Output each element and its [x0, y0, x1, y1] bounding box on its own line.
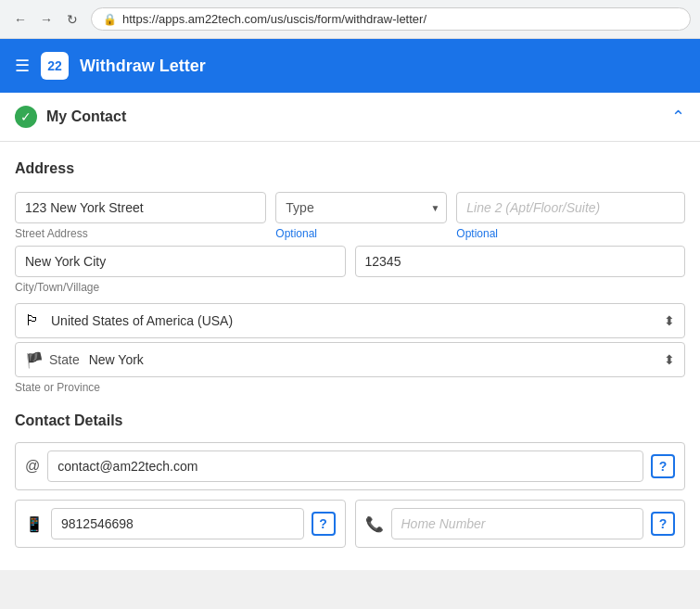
forward-button[interactable]: → — [35, 8, 57, 31]
back-button[interactable]: ← — [9, 8, 32, 31]
lock-icon: 🔒 — [103, 13, 117, 26]
state-sublabel: State or Province — [15, 381, 685, 394]
state-flag-icon: 🏴 — [25, 351, 44, 369]
state-select-wrapper: 🏴 State New York — [15, 342, 685, 377]
main-content: Address Street Address Type Optional — [0, 142, 700, 570]
country-select[interactable]: United States of America (USA) — [45, 304, 675, 337]
type-group: Type Optional — [275, 192, 447, 240]
app-title: Withdraw Letter — [80, 57, 206, 76]
city-input[interactable] — [15, 246, 346, 277]
zip-group — [355, 246, 686, 294]
home-phone-icon: 📞 — [365, 515, 384, 533]
type-optional-label: Optional — [275, 227, 447, 240]
state-select[interactable]: New York — [83, 343, 675, 376]
country-row: 🏳 United States of America (USA) — [15, 303, 685, 338]
line2-input[interactable] — [456, 192, 685, 223]
zip-input[interactable] — [355, 246, 686, 277]
address-bar[interactable]: 🔒 https://apps.am22tech.com/us/uscis/for… — [91, 7, 691, 31]
my-contact-section-header: ✓ My Contact ⌃ — [0, 93, 700, 142]
contact-heading: Contact Details — [15, 412, 685, 429]
home-number-input[interactable] — [391, 508, 644, 539]
state-row: 🏴 State New York State or Province — [15, 342, 685, 394]
browser-chrome: ← → ↻ 🔒 https://apps.am22tech.com/us/usc… — [0, 0, 700, 39]
app-header: ☰ 22 Withdraw Letter — [0, 39, 700, 93]
check-circle-icon: ✓ — [15, 106, 37, 128]
address-row-1: Street Address Type Optional Optional — [15, 192, 685, 240]
home-help-button[interactable]: ? — [651, 512, 675, 536]
hamburger-icon[interactable]: ☰ — [15, 56, 30, 76]
city-group: City/Town/Village — [15, 246, 346, 294]
city-zip-row: City/Town/Village — [15, 246, 685, 294]
street-address-label: Street Address — [15, 227, 266, 240]
street-address-input[interactable] — [15, 192, 266, 223]
mobile-input[interactable] — [51, 508, 304, 539]
street-address-group: Street Address — [15, 192, 266, 240]
section-header-left: ✓ My Contact — [15, 106, 126, 128]
address-heading: Address — [15, 160, 685, 177]
mobile-group: 📱 ? — [15, 500, 346, 548]
phone-row: 📱 ? 📞 ? — [15, 500, 685, 548]
app-logo: 22 — [41, 52, 69, 80]
url-text: https://apps.am22tech.com/us/uscis/form/… — [122, 12, 426, 26]
email-input[interactable] — [47, 450, 643, 482]
address-section: Address Street Address Type Optional — [15, 160, 685, 394]
country-flag-icon: 🏳 — [25, 312, 40, 329]
reload-button[interactable]: ↻ — [61, 8, 83, 31]
line2-optional-label: Optional — [456, 227, 685, 240]
type-select[interactable]: Type — [275, 192, 447, 223]
home-number-group: 📞 ? — [355, 500, 686, 548]
city-label: City/Town/Village — [15, 281, 346, 294]
nav-buttons: ← → ↻ — [9, 8, 83, 31]
email-help-button[interactable]: ? — [651, 454, 675, 478]
type-select-wrapper: Type — [275, 192, 447, 223]
collapse-chevron-icon[interactable]: ⌃ — [671, 107, 685, 127]
state-label-inline: State — [49, 352, 80, 367]
mobile-help-button[interactable]: ? — [312, 512, 336, 536]
country-select-wrapper: 🏳 United States of America (USA) — [15, 303, 685, 338]
email-icon: @ — [25, 458, 40, 475]
my-contact-title: My Contact — [46, 108, 126, 125]
mobile-icon: 📱 — [25, 515, 44, 533]
contact-section: Contact Details @ ? 📱 ? 📞 ? — [15, 412, 685, 548]
line2-group: Optional — [456, 192, 685, 240]
email-row: @ ? — [15, 442, 685, 490]
